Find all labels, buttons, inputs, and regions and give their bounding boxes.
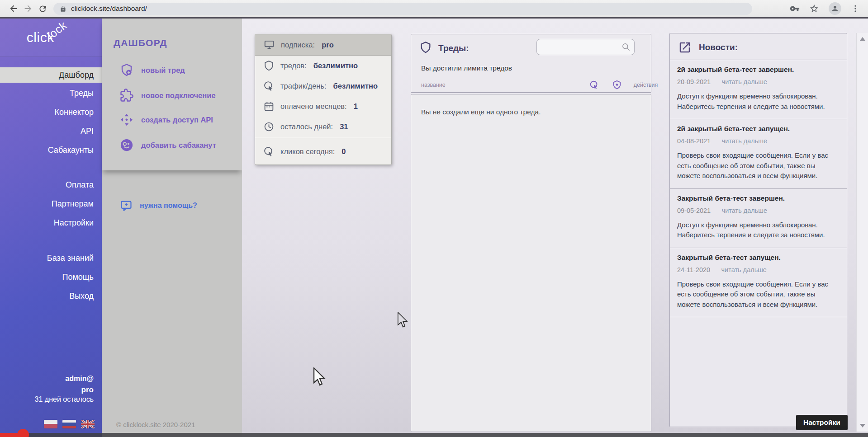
threads-list-panel: Вы не создали еще ни одного треда. <box>411 94 651 432</box>
mouse-cursor-outline <box>397 312 409 329</box>
new-connection-button[interactable]: новое подключение <box>120 87 216 103</box>
key-icon[interactable] <box>790 4 800 14</box>
news-footer-spacer <box>670 317 847 427</box>
news-item-body: Проверь свои входящие сообщения. Если у … <box>677 150 840 181</box>
sidebar-item-payment[interactable]: Оплата <box>0 177 102 193</box>
create-api-access-label: создать доступ API <box>141 116 213 124</box>
clicks-column-icon[interactable] <box>589 80 599 90</box>
threads-search[interactable] <box>536 39 635 55</box>
click-icon <box>263 80 275 92</box>
back-icon[interactable] <box>6 1 21 16</box>
stat-label: трафик/день: <box>280 82 327 90</box>
news-title: Новости: <box>699 42 738 52</box>
subscription-header: подписка: pro <box>255 34 391 56</box>
sidebar-item-threads[interactable]: Треды <box>0 85 102 101</box>
refresh-icon[interactable] <box>35 1 50 16</box>
browser-toolbar: clicklock.site/dashboard/ <box>0 0 868 17</box>
sidebar-item-settings[interactable]: Настройки <box>0 215 102 230</box>
scroll-down-icon[interactable] <box>860 424 865 428</box>
clicklock-logo: clicklock <box>0 19 102 57</box>
news-item-title: Закрытый бета-тест запущен. <box>677 254 840 262</box>
shield-icon <box>419 40 432 55</box>
stat-row-clicks-today: кликов сегодня: 0 <box>255 138 391 164</box>
news-item: Закрытый бета-тест завершен. 09-05-2021 … <box>670 188 847 248</box>
api-arrows-icon <box>120 113 133 127</box>
profile-avatar-icon[interactable] <box>829 2 841 15</box>
lock-icon <box>60 5 66 12</box>
sidebar-item-help[interactable]: Помощь <box>0 269 102 285</box>
uk-flag-icon[interactable] <box>81 420 95 428</box>
sidebar-item-subaccounts[interactable]: Сабакаунты <box>0 142 102 158</box>
toolbar-divider <box>0 17 868 19</box>
scroll-up-icon[interactable] <box>860 37 865 41</box>
stat-row-threads: тредов: безлимитно <box>255 56 391 76</box>
stat-value: безлимитно <box>333 82 378 90</box>
dashboard-menu-title: ДАШБОРД <box>114 38 167 48</box>
russian-flag-icon[interactable] <box>62 420 76 428</box>
news-item-date: 09-05-2021 <box>677 207 711 214</box>
forward-icon[interactable] <box>21 1 35 16</box>
read-more-link[interactable]: читать дальше <box>722 137 767 145</box>
news-item-title: Закрытый бета-тест завершен. <box>677 194 840 202</box>
column-name-label: название <box>421 82 446 88</box>
news-item: 2й закрытый бета-тест завершен. 20-09-20… <box>670 60 847 119</box>
stat-label: оплачено месяцев: <box>280 102 347 111</box>
bookmark-star-icon[interactable] <box>809 4 819 14</box>
stat-row-traffic: трафик/день: безлимитно <box>255 76 391 96</box>
polish-flag-icon[interactable] <box>44 420 57 428</box>
add-subaccount-button[interactable]: добавить сабаканут <box>120 137 216 153</box>
copyright-text: © clicklock.site 2020-2021 <box>116 421 195 428</box>
sidebar-item-dashboard[interactable]: Дашборд <box>0 67 102 83</box>
search-icon[interactable] <box>621 42 631 52</box>
read-more-link[interactable]: читать дальше <box>722 207 767 214</box>
mouse-cursor-white <box>313 367 327 387</box>
monitor-icon <box>263 39 275 51</box>
url-text: clicklock.site/dashboard/ <box>71 5 147 13</box>
click-icon <box>263 146 275 157</box>
threads-table-header: название действия <box>421 80 642 90</box>
menu-dots-icon[interactable] <box>851 4 860 13</box>
subscription-value: pro <box>322 41 334 49</box>
news-panel: Новости: 2й закрытый бета-тест завершен.… <box>669 33 847 427</box>
news-item-body: Проверь свои входящие сообщения. Если у … <box>677 279 840 310</box>
new-thread-button[interactable]: новый тред <box>120 62 185 78</box>
new-connection-label: новое подключение <box>141 91 216 100</box>
app-area: clicklock Дашборд Треды Коннектор API Са… <box>0 19 868 437</box>
page-scrollbar[interactable] <box>856 33 868 432</box>
toolbar-actions <box>790 2 862 15</box>
threads-title: Треды: <box>438 43 469 53</box>
search-input[interactable] <box>541 43 621 52</box>
add-subaccount-label: добавить сабаканут <box>141 141 216 150</box>
read-more-link[interactable]: читать дальше <box>722 78 767 85</box>
sidebar-item-connector[interactable]: Коннектор <box>0 104 102 120</box>
news-item-title: 2й закрытый бета-тест завершен. <box>677 66 840 74</box>
news-item-body: Доступ к функциям временно заблокирован.… <box>677 91 840 112</box>
threads-panel-header: Треды: Вы достигли лимита тредов названи… <box>411 34 651 93</box>
sidebar: clicklock Дашборд Треды Коннектор API Са… <box>0 19 102 437</box>
news-item-title: 2й закрытый бета-тест запущен. <box>677 125 840 133</box>
news-header: Новости: <box>670 33 847 60</box>
sidebar-item-knowledge-base[interactable]: База знаний <box>0 250 102 266</box>
create-api-access-button[interactable]: создать доступ API <box>120 112 213 128</box>
sidebar-item-partners[interactable]: Партнерам <box>0 196 102 211</box>
video-progress-bar[interactable] <box>0 433 868 437</box>
stat-row-paid-months: оплачено месяцев: 1 <box>255 96 391 117</box>
sidebar-item-api[interactable]: API <box>0 123 102 139</box>
url-bar[interactable]: clicklock.site/dashboard/ <box>53 3 752 15</box>
puzzle-icon <box>120 89 133 102</box>
dashboard-menu-panel: ДАШБОРД новый тред новое подключение <box>102 19 242 170</box>
need-help-label: нужна помощь? <box>140 202 197 210</box>
stat-label: тредов: <box>280 61 307 70</box>
language-switcher <box>44 420 95 428</box>
need-help-link[interactable]: нужна помощь? <box>120 197 197 214</box>
subaccount-icon <box>120 138 133 152</box>
read-more-link[interactable]: читать дальше <box>721 266 767 273</box>
external-link-icon <box>678 41 692 54</box>
new-thread-label: новый тред <box>141 66 185 75</box>
account-email: admin@ <box>65 375 94 383</box>
shield-star-column-icon[interactable] <box>612 80 622 90</box>
sidebar-item-logout[interactable]: Выход <box>0 288 102 304</box>
account-plan: pro <box>81 385 94 395</box>
stat-value: безлимитно <box>313 61 358 70</box>
dashboard-menu-column: ДАШБОРД новый тред новое подключение <box>102 19 242 437</box>
